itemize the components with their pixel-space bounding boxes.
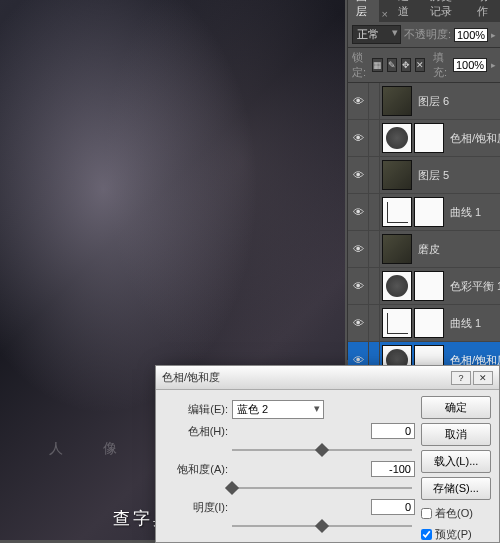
layer-name[interactable]: 图层 6 (414, 94, 500, 109)
adjustment-thumbnail[interactable] (382, 308, 412, 338)
layers-panel: 图层 × 通道 历史记录 动作 正常 不透明度: 100% ▸ 锁定: ▦ ✎ … (347, 0, 500, 360)
lock-transparent-icon[interactable]: ▦ (372, 58, 383, 72)
layer-name[interactable]: 色彩平衡 1 (446, 279, 500, 294)
hue-label: 色相(H): (164, 424, 228, 439)
chevron-right-icon[interactable]: ▸ (491, 30, 496, 40)
hue-slider[interactable] (232, 443, 412, 457)
adjustment-thumbnail[interactable] (382, 271, 412, 301)
edit-select[interactable]: 蓝色 2 (232, 400, 324, 419)
dialog-titlebar[interactable]: 色相/饱和度 ? ✕ (156, 366, 499, 390)
layer-name[interactable]: 色相/饱和度 2 (446, 131, 500, 146)
layer-row[interactable]: 👁曲线 1 (348, 305, 500, 342)
layer-thumbnail[interactable] (382, 234, 412, 264)
ok-button[interactable]: 确定 (421, 396, 491, 419)
lock-move-icon[interactable]: ✥ (401, 58, 411, 72)
save-button[interactable]: 存储(S)... (421, 477, 491, 500)
lock-row: 锁定: ▦ ✎ ✥ ✕ 填充: 100% ▸ (348, 48, 500, 83)
opacity-field[interactable]: 100% (454, 28, 488, 42)
layer-row[interactable]: 👁色彩平衡 1 (348, 268, 500, 305)
chevron-right-icon[interactable]: ▸ (491, 60, 496, 70)
tab-channels[interactable]: 通道 (390, 0, 421, 22)
slider-handle[interactable] (225, 481, 239, 495)
mask-thumbnail[interactable] (414, 197, 444, 227)
preview-checkbox[interactable]: 预览(P) (421, 527, 491, 542)
layer-thumbnail[interactable] (382, 160, 412, 190)
blend-mode-select[interactable]: 正常 (352, 25, 401, 44)
saturation-label: 饱和度(A): (164, 462, 228, 477)
saturation-slider[interactable] (232, 481, 412, 495)
layer-row[interactable]: 👁曲线 1 (348, 194, 500, 231)
visibility-icon[interactable]: 👁 (348, 169, 368, 181)
close-icon[interactable]: × (381, 8, 388, 18)
adjustment-thumbnail[interactable] (382, 123, 412, 153)
visibility-icon[interactable]: 👁 (348, 132, 368, 144)
visibility-icon[interactable]: 👁 (348, 95, 368, 107)
adjustment-thumbnail[interactable] (382, 197, 412, 227)
visibility-icon[interactable]: 👁 (348, 206, 368, 218)
colorize-checkbox[interactable]: 着色(O) (421, 506, 491, 521)
lightness-field[interactable]: 0 (371, 499, 415, 515)
layer-name[interactable]: 曲线 1 (446, 205, 500, 220)
mask-thumbnail[interactable] (414, 123, 444, 153)
close-icon[interactable]: ✕ (473, 371, 493, 385)
lightness-label: 明度(I): (164, 500, 228, 515)
visibility-icon[interactable]: 👁 (348, 280, 368, 292)
lightness-slider[interactable] (232, 519, 412, 533)
dialog-title: 色相/饱和度 (162, 370, 220, 385)
cancel-button[interactable]: 取消 (421, 423, 491, 446)
hue-field[interactable]: 0 (371, 423, 415, 439)
lock-all-icon[interactable]: ✕ (415, 58, 425, 72)
panel-tabs: 图层 × 通道 历史记录 动作 (348, 0, 500, 22)
visibility-icon[interactable]: 👁 (348, 243, 368, 255)
layer-name[interactable]: 曲线 1 (446, 316, 500, 331)
tab-actions[interactable]: 动作 (469, 0, 500, 22)
saturation-field[interactable]: -100 (371, 461, 415, 477)
layer-row[interactable]: 👁色相/饱和度 2 (348, 120, 500, 157)
layer-thumbnail[interactable] (382, 86, 412, 116)
lock-paint-icon[interactable]: ✎ (387, 58, 397, 72)
layer-name[interactable]: 磨皮 (414, 242, 500, 257)
hue-saturation-dialog: 色相/饱和度 ? ✕ 编辑(E): 蓝色 2 色相(H): 0 饱和度(A): … (155, 365, 500, 543)
visibility-icon[interactable]: 👁 (348, 317, 368, 329)
layer-row[interactable]: 👁图层 5 (348, 157, 500, 194)
layer-row[interactable]: 👁磨皮 (348, 231, 500, 268)
edit-label: 编辑(E): (164, 402, 228, 417)
layer-row[interactable]: 👁图层 6 (348, 83, 500, 120)
slider-handle[interactable] (315, 519, 329, 533)
lock-label: 锁定: (352, 50, 368, 80)
slider-handle[interactable] (315, 443, 329, 457)
fill-field[interactable]: 100% (453, 58, 487, 72)
mask-thumbnail[interactable] (414, 308, 444, 338)
fill-label: 填充: (433, 50, 449, 80)
load-button[interactable]: 载入(L)... (421, 450, 491, 473)
mask-thumbnail[interactable] (414, 271, 444, 301)
layer-name[interactable]: 图层 5 (414, 168, 500, 183)
tab-layers[interactable]: 图层 (348, 0, 379, 22)
tab-history[interactable]: 历史记录 (422, 0, 469, 22)
blend-options: 正常 不透明度: 100% ▸ (348, 22, 500, 48)
layer-list[interactable]: 👁图层 6 👁色相/饱和度 2 👁图层 5 👁曲线 1 👁磨皮 👁色彩平衡 1 … (348, 83, 500, 378)
help-icon[interactable]: ? (451, 371, 471, 385)
opacity-label: 不透明度: (404, 27, 451, 42)
